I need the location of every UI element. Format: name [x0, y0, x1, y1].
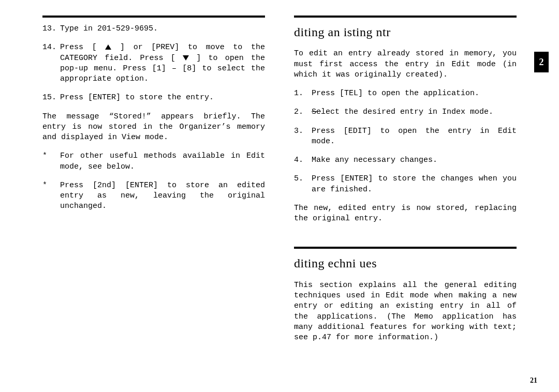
step-num: 15.	[42, 93, 60, 103]
step-text: Press [EDIT] to open the entry in Edit m…	[312, 126, 517, 147]
step-text: Type in 201-529-9695.	[60, 24, 158, 34]
page-number: 21	[530, 376, 537, 386]
page: 13. Type in 201-529-9695. 14. Press [ ] …	[0, 0, 559, 361]
rule-right-2	[294, 247, 517, 249]
step-num: 3.	[294, 126, 312, 147]
rstep-2: 2. Select the desired entry in Index mod…	[294, 107, 517, 117]
rstep-4: 4. Make any necessary changes.	[294, 155, 517, 165]
bullet-mark: *	[42, 151, 60, 172]
step-13: 13. Type in 201-529-9695.	[42, 24, 265, 34]
step-num: 14.	[42, 42, 60, 84]
bullet-2: * Press [2nd] [ENTER] to store an edited…	[42, 180, 265, 212]
tech-paragraph: This section explains all the general ed…	[294, 280, 517, 343]
rstep-1: 1. Press [TEL] to open the application.	[294, 88, 517, 99]
step-num: 4.	[294, 155, 312, 165]
rule-left	[42, 16, 265, 18]
triangle-down-icon	[183, 55, 189, 61]
step-text: Press [TEL] to open the application.	[312, 88, 479, 99]
strike-text: Se	[312, 108, 321, 116]
rstep-3: 3. Press [EDIT] to open the entry in Edi…	[294, 126, 517, 147]
step-14: 14. Press [ ] or [PREV] to move to the C…	[42, 42, 265, 84]
heading-editing-techniques: diting echni ues	[294, 255, 517, 272]
left-column: 13. Type in 201-529-9695. 14. Press [ ] …	[42, 16, 265, 351]
bullet-mark: *	[42, 180, 60, 212]
step-15: 15. Press [ENTER] to store the entry.	[42, 93, 265, 103]
right-column: diting an isting ntr To edit an entry al…	[294, 16, 517, 351]
stored-paragraph: The message “Stored!” appears briefly. T…	[42, 112, 265, 143]
bullet-text: For other useful methods available in Ed…	[60, 151, 265, 172]
bullet-1: * For other useful methods available in …	[42, 151, 265, 172]
step-num: 5.	[294, 174, 312, 195]
triangle-up-icon	[105, 44, 111, 50]
step-text: Select the desired entry in Index mode.	[312, 107, 493, 117]
step-num: 1.	[294, 88, 312, 99]
outro-paragraph: The new, edited entry is now stored, rep…	[294, 203, 517, 224]
step-text: Press [ENTER] to store the changes when …	[312, 174, 517, 195]
step-text: Press [ENTER] to store the entry.	[60, 93, 214, 103]
step-text: Make any necessary changes.	[312, 155, 437, 165]
section-tab: 2	[534, 52, 549, 72]
step-text: Press [ ] or [PREV] to move to the CATEG…	[60, 42, 265, 84]
step-num: 13.	[42, 24, 60, 34]
intro-paragraph: To edit an entry already stored in memor…	[294, 49, 517, 80]
rstep-5: 5. Press [ENTER] to store the changes wh…	[294, 174, 517, 195]
heading-editing-existing: diting an isting ntr	[294, 24, 517, 40]
step-num: 2.	[294, 107, 312, 117]
bullet-text: Press [2nd] [ENTER] to store an edited e…	[60, 180, 265, 212]
rule-right-1	[294, 16, 517, 18]
